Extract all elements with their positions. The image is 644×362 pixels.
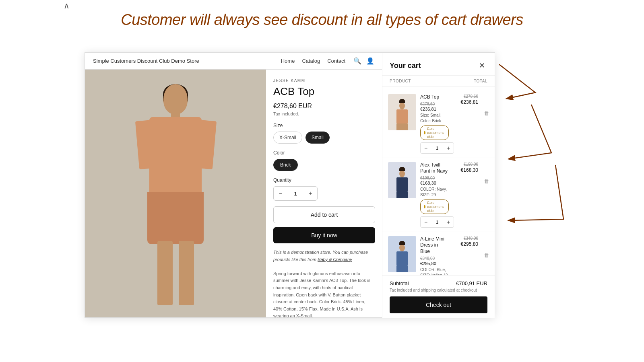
cart-qty-increase-0[interactable]: + [443, 143, 454, 153]
store-header: Simple Customers Discount Club Demo Stor… [85, 53, 382, 70]
cart-qty-decrease-0[interactable]: − [421, 143, 431, 153]
mini-figure-1 [392, 166, 412, 198]
cart-qty-decrease-1[interactable]: − [421, 217, 431, 227]
col-total: TOTAL [474, 79, 487, 83]
gold-dot-1 [424, 205, 425, 208]
nav-catalog[interactable]: Catalog [302, 58, 320, 64]
cart-item-orig-1: €198,00 [420, 176, 448, 180]
model-shorts [147, 192, 204, 244]
cart-item-attrs-1: COLOR: Navy,SIZE: 29 [420, 187, 448, 198]
model-head [163, 84, 188, 114]
tax-note: Tax included and shipping calculated at … [390, 288, 487, 292]
cart-item-price-col-0: €278,60 €236,81 [452, 94, 478, 105]
subtotal-label: Subtotal [390, 280, 409, 286]
store-icons: 🔍 👤 [353, 57, 374, 65]
cart-total-disc-1: €168,30 [461, 167, 478, 173]
cart-item-delete-2[interactable]: 🗑 [482, 252, 489, 258]
gold-badge-label-1: Gold customers club [427, 201, 445, 213]
buy-now-button[interactable]: Buy it now [273, 227, 375, 243]
mini-hair-0 [399, 99, 405, 103]
cart-drawer: Your cart ✕ PRODUCT TOTAL ACB Top [382, 53, 495, 318]
cart-item-disc-2: €295,80 [420, 261, 448, 266]
cart-total-disc-0: €236,81 [461, 99, 478, 105]
cart-total-disc-2: €295,80 [461, 241, 478, 247]
color-brick[interactable]: Brick [273, 159, 298, 171]
cart-total-orig-2: €348,00 [464, 236, 478, 241]
cart-bottom: Subtotal €700,91 EUR Tax included and sh… [382, 275, 495, 318]
product-brand: JESSE KAMM [273, 78, 375, 83]
size-xsmall[interactable]: X-Small [273, 132, 302, 144]
cart-item-name-1: Alex Twill Pant in Navy [420, 162, 448, 175]
gold-badge-0: Gold customers club [420, 125, 449, 140]
mini-hair-2 [399, 241, 405, 245]
mini-head-2 [399, 244, 405, 251]
search-icon[interactable]: 🔍 [353, 57, 361, 65]
gold-dot-0 [424, 131, 425, 134]
product-title: ACB Top [273, 85, 375, 98]
product-image [85, 70, 266, 317]
product-area: JESSE KAMM ACB Top €278,60 EUR Tax inclu… [85, 70, 382, 317]
gold-badge-1: Gold customers club [420, 200, 449, 214]
gold-badge-label-0: Gold customers club [427, 127, 445, 139]
quantity-control: − 1 + [273, 186, 318, 201]
nav-contact[interactable]: Contact [327, 58, 345, 64]
mini-head-1 [399, 170, 405, 177]
mini-head-0 [399, 102, 405, 109]
product-price: €278,60 EUR [273, 103, 375, 110]
cart-header: Your cart ✕ [382, 53, 495, 76]
cart-column-headers: PRODUCT TOTAL [382, 76, 495, 87]
cart-item-disc-0: €236,81 [420, 107, 448, 111]
quantity-increase[interactable]: + [303, 187, 317, 200]
size-small[interactable]: Small [305, 132, 330, 144]
nav-home[interactable]: Home [281, 58, 295, 64]
add-to-cart-button[interactable]: Add to cart [273, 206, 375, 223]
color-label: Color [273, 150, 375, 156]
account-icon[interactable]: 👤 [366, 57, 374, 65]
cart-item-qty-1: − 1 + [420, 216, 454, 228]
cart-item-attrs-0: Size: Small,Color: Brick [420, 113, 448, 124]
cart-qty-val-1: 1 [431, 220, 443, 224]
subtotal-amount: €700,91 EUR [456, 280, 487, 286]
cart-qty-increase-1[interactable]: + [443, 217, 454, 227]
store-nav: Home Catalog Contact [281, 58, 345, 64]
subtotal-row: Subtotal €700,91 EUR [390, 280, 487, 286]
mini-body-1 [396, 177, 408, 191]
cart-item-delete-1[interactable]: 🗑 [482, 178, 489, 184]
product-description: This is a demonstration store. You can p… [273, 249, 375, 317]
mini-figure-0 [392, 98, 412, 130]
mini-legs-2 [396, 265, 408, 272]
cart-item-orig-0: €278,60 [420, 102, 448, 106]
top-chevron-icon[interactable]: ∧ [64, 1, 70, 10]
product-desc-body: Spring forward with glorious enthusiasm … [273, 271, 370, 317]
quantity-decrease[interactable]: − [274, 187, 287, 200]
product-desc-italic: This is a demonstration store. You can p… [273, 250, 368, 262]
cart-item-attrs-2: COLOR: Blue,SIZE: Italian 42 [420, 267, 448, 275]
cart-total-orig-1: €198,00 [464, 162, 478, 167]
cart-item-image-0 [388, 94, 416, 130]
main-container: Simple Customers Discount Club Demo Stor… [85, 52, 495, 318]
cart-item: A-Line Mini Dress in Blue €348,00 €295,8… [382, 232, 495, 275]
mini-legs-1 [396, 191, 408, 198]
cart-close-button[interactable]: ✕ [476, 60, 487, 71]
cart-item-image-1 [388, 162, 416, 198]
cart-qty-val-0: 1 [431, 146, 443, 150]
cart-item-delete-0[interactable]: 🗑 [482, 110, 489, 116]
cart-item-info-1: Alex Twill Pant in Navy €198,00 €168,30 … [420, 162, 448, 228]
mini-legs-0 [396, 123, 408, 130]
model-figure [123, 84, 228, 317]
cart-item: ACB Top €278,60 €236,81 Size: Small,Colo… [382, 90, 495, 158]
cart-item: Alex Twill Pant in Navy €198,00 €168,30 … [382, 158, 495, 232]
cart-item-name-2: A-Line Mini Dress in Blue [420, 236, 448, 255]
store-logo: Simple Customers Discount Club Demo Stor… [93, 58, 199, 64]
product-desc-link[interactable]: Baby & Company [318, 257, 352, 262]
cart-items-list: ACB Top €278,60 €236,81 Size: Small,Colo… [382, 87, 495, 275]
store-page: Simple Customers Discount Club Demo Stor… [85, 53, 383, 317]
product-tax: Tax included. [273, 111, 375, 116]
cart-item-info-0: ACB Top €278,60 €236,81 Size: Small,Colo… [420, 94, 448, 154]
checkout-button[interactable]: Check out [390, 296, 487, 313]
cart-item-price-col-2: €348,00 €295,80 [452, 236, 478, 247]
cart-title: Your cart [390, 62, 421, 70]
model-leg-right [179, 241, 194, 305]
mini-body-2 [396, 251, 408, 265]
mini-figure-2 [392, 240, 412, 272]
